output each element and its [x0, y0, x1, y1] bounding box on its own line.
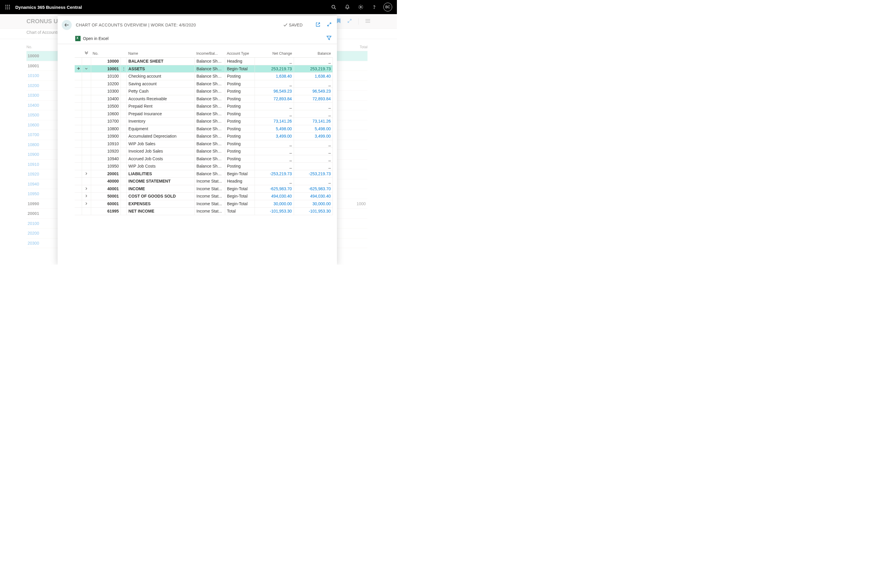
cell-no: 10001 [91, 65, 120, 73]
cell-balance[interactable]: -625,983.70 [294, 185, 333, 193]
cell-income-balance: Balance Sheet [195, 170, 225, 178]
filter-icon[interactable] [326, 35, 332, 42]
app-launcher-icon[interactable] [2, 5, 13, 9]
cell-income-balance: Balance Sheet [195, 88, 225, 95]
cell-net-change[interactable]: 72,893.84 [255, 95, 294, 103]
table-row[interactable]: 40000INCOME STATEMENTIncome Stat...Headi… [75, 178, 333, 185]
table-row[interactable]: 10950WIP Job CostsBalance SheetPosting__ [75, 163, 333, 170]
cell-income-balance: Income Stat... [195, 200, 225, 208]
svg-point-3 [6, 7, 6, 8]
table-row[interactable]: 10900Accumulated DepreciationBalance She… [75, 133, 333, 140]
open-in-excel-button[interactable]: Open in Excel [75, 36, 108, 41]
back-button[interactable] [62, 20, 72, 30]
cell-net-change[interactable]: 1,638.40 [255, 73, 294, 80]
cell-balance[interactable]: 253,219.73 [294, 65, 333, 73]
cell-balance[interactable]: 1,638.40 [294, 73, 333, 80]
table-row[interactable]: 10300Petty CashBalance SheetPosting96,54… [75, 88, 333, 95]
cell-income-balance: Balance Sheet [195, 125, 225, 133]
table-row[interactable]: 10000BALANCE SHEETBalance SheetHeading__ [75, 58, 333, 65]
cell-income-balance: Balance Sheet [195, 95, 225, 103]
table-row[interactable]: 10910WIP Job SalesBalance SheetPosting__ [75, 140, 333, 148]
table-row[interactable]: 10700InventoryBalance SheetPosting73,141… [75, 118, 333, 125]
user-avatar[interactable]: BC [383, 3, 392, 12]
table-row[interactable]: 61995NET INCOMEIncome Stat...Total-101,9… [75, 208, 333, 215]
cell-net-change[interactable]: -253,219.73 [255, 170, 294, 178]
cell-net-change[interactable]: 494,030.40 [255, 193, 294, 200]
chart-of-accounts-overview-panel: CHART OF ACCOUNTS OVERVIEW | WORK DATE: … [58, 16, 337, 265]
cell-balance[interactable]: 5,498.00 [294, 125, 333, 133]
more-menu-icon[interactable] [365, 19, 370, 24]
expand-toggle[interactable] [82, 65, 91, 73]
cell-net-change[interactable]: 30,000.00 [255, 200, 294, 208]
expand-all-icon[interactable] [82, 50, 91, 58]
cell-name: Equipment [126, 125, 195, 133]
row-marker [75, 148, 82, 155]
cell-balance[interactable]: 30,000.00 [294, 200, 333, 208]
cell-net-change[interactable]: -101,953.30 [255, 208, 294, 215]
cell-balance[interactable]: -253,219.73 [294, 170, 333, 178]
cell-balance[interactable]: 96,549.23 [294, 88, 333, 95]
table-row[interactable]: 10200Saving accountBalance SheetPosting_… [75, 80, 333, 88]
cell-balance[interactable]: -101,953.30 [294, 208, 333, 215]
under-cell-no: 10920 [27, 172, 56, 176]
cell-no: 10300 [91, 88, 120, 95]
expand-toggle[interactable] [82, 170, 91, 178]
row-actions [121, 95, 127, 103]
row-marker [75, 58, 82, 65]
cell-net-change[interactable]: 73,141.26 [255, 118, 294, 125]
col-net-change[interactable]: Net Change [255, 50, 294, 58]
cell-balance[interactable]: 73,141.26 [294, 118, 333, 125]
cell-balance: _ [294, 110, 333, 118]
cell-income-balance: Balance Sheet [195, 163, 225, 170]
expand-toggle[interactable] [82, 200, 91, 208]
table-row[interactable]: 40001INCOMEIncome Stat...Begin-Total-625… [75, 185, 333, 193]
col-account-type[interactable]: Account Type [225, 50, 255, 58]
table-row[interactable]: 10500Prepaid RentBalance SheetPosting__ [75, 103, 333, 110]
expand-toggle[interactable] [82, 193, 91, 200]
bookmark-icon[interactable] [337, 18, 341, 24]
cell-no: 40000 [91, 178, 120, 185]
table-row[interactable]: 10100Checking accountBalance SheetPostin… [75, 73, 333, 80]
table-row[interactable]: 10920Invoiced Job SalesBalance SheetPost… [75, 148, 333, 155]
cell-net-change[interactable]: -625,983.70 [255, 185, 294, 193]
row-actions [121, 110, 127, 118]
help-icon[interactable] [368, 0, 381, 14]
cell-account-type: Posting [225, 140, 255, 148]
table-row[interactable]: 10001⋮ASSETSBalance SheetBegin-Total253,… [75, 65, 333, 73]
table-row[interactable]: 10600Prepaid InsuranceBalance SheetPosti… [75, 110, 333, 118]
table-row[interactable]: 20001LIABILITIESBalance SheetBegin-Total… [75, 170, 333, 178]
col-no[interactable]: No. [91, 50, 120, 58]
table-row[interactable]: 10400Accounts ReceivableBalance SheetPos… [75, 95, 333, 103]
cell-net-change[interactable]: 5,498.00 [255, 125, 294, 133]
cell-net-change[interactable]: 96,549.23 [255, 88, 294, 95]
cell-income-balance: Balance Sheet [195, 133, 225, 140]
table-row[interactable]: 60001EXPENSESIncome Stat...Begin-Total30… [75, 200, 333, 208]
settings-icon[interactable] [354, 0, 368, 14]
fullscreen-icon[interactable] [327, 22, 332, 28]
cell-balance[interactable]: 494,030.40 [294, 193, 333, 200]
table-row[interactable]: 10800EquipmentBalance SheetPosting5,498.… [75, 125, 333, 133]
cell-name: Accounts Receivable [126, 95, 195, 103]
col-balance[interactable]: Balance [294, 50, 333, 58]
expand-toggle[interactable] [82, 185, 91, 193]
col-income-balance[interactable]: Income/Bal... [195, 50, 225, 58]
col-name[interactable]: Name [126, 50, 195, 58]
under-cell-no: 10800 [27, 142, 56, 147]
expand-icon[interactable] [347, 18, 352, 24]
row-actions [121, 155, 127, 163]
cell-net-change[interactable]: 3,499.00 [255, 133, 294, 140]
row-actions[interactable]: ⋮ [121, 65, 127, 73]
svg-point-12 [374, 8, 374, 9]
cell-account-type: Total [225, 208, 255, 215]
cell-net-change[interactable]: 253,219.73 [255, 65, 294, 73]
notifications-icon[interactable] [340, 0, 354, 14]
cell-balance[interactable]: 72,893.84 [294, 95, 333, 103]
cell-net-change: _ [255, 148, 294, 155]
table-row[interactable]: 10940Accrued Job CostsBalance SheetPosti… [75, 155, 333, 163]
row-actions [121, 73, 127, 80]
table-row[interactable]: 50001COST OF GOODS SOLDIncome Stat...Beg… [75, 193, 333, 200]
search-icon[interactable] [327, 0, 340, 14]
popout-icon[interactable] [315, 22, 321, 28]
cell-balance[interactable]: 3,499.00 [294, 133, 333, 140]
expand-toggle [82, 125, 91, 133]
